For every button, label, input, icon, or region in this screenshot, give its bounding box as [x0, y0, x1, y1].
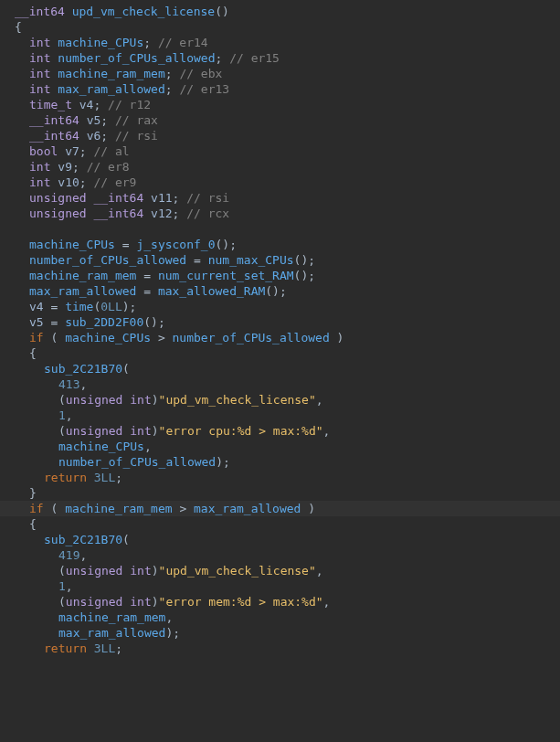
type-keyword: __int64: [15, 5, 65, 18]
code-line: (unsigned int)"error mem:%d > max:%d",: [0, 594, 560, 610]
code-line: (unsigned int)"upd_vm_check_license",: [0, 392, 560, 408]
code-line: int machine_ram_mem; // ebx: [0, 66, 560, 81]
code-line: unsigned __int64 v11; // rsi: [0, 190, 560, 206]
code-line: __int64 v6; // rsi: [0, 128, 560, 143]
code-line: sub_2C21B70(: [0, 361, 560, 376]
code-line: sub_2C21B70(: [0, 532, 560, 547]
code-line: {: [0, 345, 560, 361]
code-line: 1,: [0, 408, 560, 423]
code-line: max_ram_allowed);: [0, 625, 560, 641]
code-line: int v10; // er9: [0, 175, 560, 190]
code-line: machine_CPUs,: [0, 439, 560, 454]
code-line-current: if ( machine_ram_mem > max_ram_allowed ): [0, 501, 560, 516]
code-editor[interactable]: __int64 upd_vm_check_license() { int mac…: [0, 0, 560, 660]
code-line: machine_ram_mem = num_current_set_RAM();: [0, 268, 560, 283]
code-line: max_ram_allowed = max_allowed_RAM();: [0, 283, 560, 299]
code-line: int max_ram_allowed; // er13: [0, 81, 560, 97]
code-line: int number_of_CPUs_allowed; // er15: [0, 50, 560, 66]
code-line: int machine_CPUs; // er14: [0, 35, 560, 50]
code-line: {: [0, 19, 560, 35]
code-line: machine_ram_mem,: [0, 610, 560, 625]
code-line: number_of_CPUs_allowed = num_max_CPUs();: [0, 252, 560, 268]
code-line: v4 = time(0LL);: [0, 299, 560, 314]
code-line: __int64 upd_vm_check_license(): [0, 4, 560, 19]
code-line: unsigned __int64 v12; // rcx: [0, 206, 560, 221]
code-line: 1,: [0, 578, 560, 594]
code-line: return 3LL;: [0, 470, 560, 485]
code-line: time_t v4; // r12: [0, 97, 560, 112]
code-line: [0, 221, 560, 237]
code-line: bool v7; // al: [0, 143, 560, 159]
code-line: int v9; // er8: [0, 159, 560, 175]
code-line: 419,: [0, 547, 560, 563]
code-line: {: [0, 516, 560, 532]
code-line: }: [0, 485, 560, 501]
code-line: return 3LL;: [0, 641, 560, 656]
code-line: if ( machine_CPUs > number_of_CPUs_allow…: [0, 330, 560, 345]
code-line: 413,: [0, 376, 560, 392]
code-line: v5 = sub_2DD2F00();: [0, 314, 560, 330]
code-line: number_of_CPUs_allowed);: [0, 454, 560, 470]
code-line: __int64 v5; // rax: [0, 112, 560, 128]
function-name: upd_vm_check_license: [72, 5, 216, 18]
code-line: (unsigned int)"upd_vm_check_license",: [0, 563, 560, 578]
code-line: (unsigned int)"error cpu:%d > max:%d",: [0, 423, 560, 439]
code-line: machine_CPUs = j_sysconf_0();: [0, 237, 560, 252]
